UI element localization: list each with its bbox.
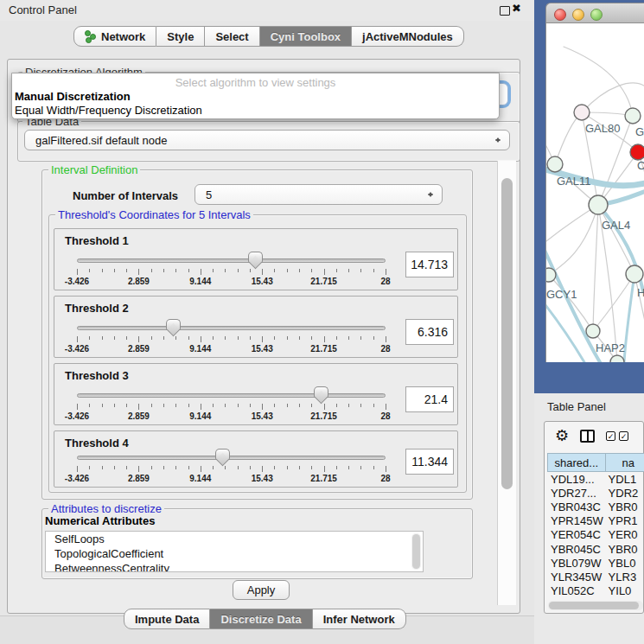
checkbox-icon-1[interactable]: ✓ xyxy=(606,431,615,441)
scrollbar-thumb[interactable] xyxy=(501,178,513,489)
attribute-list-item[interactable]: SelfLoops xyxy=(46,532,423,546)
tick-minor xyxy=(299,336,300,340)
network-node-red-node[interactable] xyxy=(630,144,644,160)
threshold-4-value-field[interactable]: 11.344 xyxy=(405,449,454,475)
network-window-titlebar[interactable] xyxy=(545,3,644,23)
minimize-traffic-light[interactable] xyxy=(572,9,584,21)
tick-minor xyxy=(373,336,374,340)
tick-minor xyxy=(250,269,251,272)
threshold-2-slider[interactable]: -3.4262.8599.14415.4321.71528 xyxy=(77,296,386,359)
cell-shared-name[interactable]: YDR27... xyxy=(547,486,605,500)
tick-major xyxy=(138,336,139,342)
network-edge[interactable] xyxy=(555,112,582,164)
option-equal-width-frequency[interactable]: Equal Width/Frequency Discretization xyxy=(15,104,202,117)
slider-thumb[interactable] xyxy=(166,319,181,336)
threshold-3-slider[interactable]: -3.4262.8599.14415.4321.71528 xyxy=(77,364,386,426)
tick-minor xyxy=(348,466,349,469)
threshold-3-value-field[interactable]: 21.4 xyxy=(405,386,454,412)
network-node-GAL?[interactable] xyxy=(625,108,641,124)
slider-thumb[interactable] xyxy=(215,449,230,466)
tick-minor xyxy=(175,336,176,340)
zoom-traffic-light[interactable] xyxy=(590,9,603,21)
close-traffic-light[interactable] xyxy=(554,9,566,21)
cell-shared-name[interactable]: YER054C xyxy=(547,528,605,542)
tab-impute-data[interactable]: Impute Data xyxy=(124,609,210,629)
option-manual-discretization[interactable]: Manual Discretization xyxy=(15,90,131,103)
tick-minor xyxy=(126,404,127,407)
tab-discretize-data[interactable]: Discretize Data xyxy=(210,609,312,629)
tick-major xyxy=(262,269,263,275)
cell-name[interactable]: YBL0 xyxy=(605,556,644,570)
cell-shared-name[interactable]: YBR045C xyxy=(547,542,605,556)
checkbox-icon-2[interactable]: ✓ xyxy=(619,431,628,441)
cell-shared-name[interactable]: YLR345W xyxy=(547,570,605,583)
network-canvas[interactable]: GAL80GACGAL11GAL4GCY1HHAP2 xyxy=(545,23,644,362)
network-node-GAL11[interactable] xyxy=(547,156,563,172)
numerical-attributes-list[interactable]: SelfLoopsTopologicalCoefficientBetweenne… xyxy=(45,531,424,572)
network-edge[interactable] xyxy=(564,47,633,116)
attr-list-scrollbar[interactable] xyxy=(411,533,421,570)
network-node-GAL80[interactable] xyxy=(574,105,590,120)
table-row[interactable]: YBR043CYBR0 xyxy=(547,500,644,513)
network-node-H?[interactable] xyxy=(626,265,643,283)
number-of-intervals-spinner[interactable]: 5 xyxy=(194,184,443,205)
table-row[interactable]: YER054CYER0 xyxy=(547,528,644,542)
tab-infer-network[interactable]: Infer Network xyxy=(313,609,406,629)
tab-network[interactable]: Network xyxy=(73,26,156,47)
algorithm-hint-option[interactable]: Select algorithm to view settings xyxy=(12,76,499,89)
table-row[interactable]: YDL19...YDL1 xyxy=(547,472,644,486)
network-icon xyxy=(85,30,96,42)
column-header-name[interactable]: na xyxy=(605,453,644,472)
settings-gear-icon[interactable]: ⚙ xyxy=(555,428,569,443)
table-row[interactable]: YBL079WYBL0 xyxy=(547,556,644,570)
slider-thumb[interactable] xyxy=(248,252,263,269)
cell-name[interactable]: YDL1 xyxy=(605,472,644,486)
panel-vertical-scrollbar[interactable] xyxy=(497,161,516,605)
threshold-4-slider[interactable]: -3.4262.8599.14415.4321.71528 xyxy=(77,431,386,494)
float-window-icon[interactable] xyxy=(500,6,510,16)
network-node-GCY1[interactable] xyxy=(546,268,556,282)
cell-name[interactable]: YER0 xyxy=(605,528,644,542)
cell-name[interactable]: YDR2 xyxy=(605,486,644,500)
cell-name[interactable]: YIL0 xyxy=(605,584,644,598)
cell-shared-name[interactable]: YBL079W xyxy=(547,556,605,570)
close-icon[interactable]: ✖ xyxy=(512,2,521,15)
cell-shared-name[interactable]: YBR043C xyxy=(547,500,605,513)
tick-minor xyxy=(89,336,90,340)
tab-select[interactable]: Select xyxy=(205,26,259,47)
attribute-list-item[interactable]: TopologicalCoefficient xyxy=(46,546,423,561)
table-row[interactable]: YBR045CYBR0 xyxy=(547,542,644,556)
threshold-1-value-field[interactable]: 14.713 xyxy=(405,252,454,277)
table-data-combobox[interactable]: galFiltered.sif default node xyxy=(24,130,510,150)
table-row[interactable]: YLR345WYLR3 xyxy=(547,570,644,583)
apply-button[interactable]: Apply xyxy=(233,580,290,600)
tab-jactivemnodules[interactable]: jActiveMNodules xyxy=(352,26,464,47)
network-edge[interactable] xyxy=(593,205,598,331)
cell-name[interactable]: YLR3 xyxy=(605,570,644,583)
network-node-edge-node[interactable] xyxy=(610,355,624,362)
threshold-2-value-field[interactable]: 6.316 xyxy=(405,319,454,345)
attribute-list-item[interactable]: BetweennessCentrality xyxy=(46,561,423,572)
cell-name[interactable]: YPR1 xyxy=(605,514,644,528)
tab-cyni-toolbox[interactable]: Cyni Toolbox xyxy=(260,26,352,47)
slider-thumb[interactable] xyxy=(314,386,328,404)
cell-name[interactable]: YBR0 xyxy=(605,542,644,556)
cell-name[interactable]: YBR0 xyxy=(605,500,644,513)
node-label: GAL80 xyxy=(585,122,620,135)
table-row[interactable]: YDR27...YDR2 xyxy=(547,486,644,500)
network-node-HAP2[interactable] xyxy=(586,324,600,338)
cell-shared-name[interactable]: YPR145W xyxy=(547,514,605,528)
cell-shared-name[interactable]: YIL052C xyxy=(547,584,605,598)
network-node-GAL4[interactable] xyxy=(589,195,608,214)
tab-style[interactable]: Style xyxy=(156,26,205,47)
tick-major xyxy=(201,466,201,472)
table-row[interactable]: YIL052CYIL0 xyxy=(547,584,644,598)
cell-shared-name[interactable]: YDL19... xyxy=(547,472,605,486)
combobox-arrows-icon xyxy=(494,135,501,145)
threshold-1-slider[interactable]: -3.4262.8599.14415.4321.71528 xyxy=(77,229,386,291)
network-edge[interactable] xyxy=(549,205,598,275)
table-horizontal-scrollbar[interactable] xyxy=(548,601,643,610)
table-row[interactable]: YPR145WYPR1 xyxy=(547,514,644,528)
split-columns-icon[interactable] xyxy=(580,430,595,443)
column-header-shared-name[interactable]: shared... xyxy=(547,453,605,472)
